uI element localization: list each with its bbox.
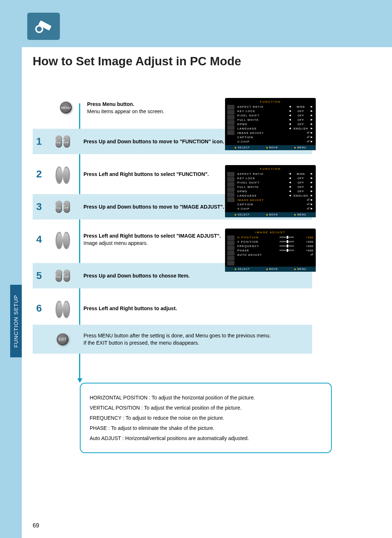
step-num: 6 <box>33 303 45 314</box>
svg-rect-1 <box>38 20 52 30</box>
menu-button-icon: MENU <box>60 102 72 114</box>
step0-bold: Press Menu button. <box>87 101 134 107</box>
leftright-buttons-icon <box>45 232 80 247</box>
osd-function-2: FUNCTION ASPECT RATIO◀WIDE▶KEY LOCK◀OFF▶… <box>225 165 316 217</box>
side-tab: FUNCTION SETUP <box>10 285 22 357</box>
step-text: Press Up and Down buttons to chosse Item… <box>80 272 312 279</box>
step-text: Press Left and Right buttons to adjust. <box>80 305 312 312</box>
section-icon <box>27 13 60 40</box>
note-line: FREQUENCY : To adjust to reduce the nois… <box>90 413 322 423</box>
note-line: Auto ADJUST : Horizontal/vertical positi… <box>90 433 322 443</box>
step-num: 4 <box>33 234 45 245</box>
osd-header: FUNCTION <box>225 99 316 104</box>
pch-up-icon: P-CH▲ <box>56 201 62 213</box>
step0-plain: Menu items appear on the screen. <box>87 108 164 114</box>
step-num: 1 <box>33 136 45 147</box>
pch-dn-icon: P-CH▼ <box>64 135 70 148</box>
pch-up-icon: P-CH▲ <box>56 135 62 148</box>
osd-rows-3: H POSITION+000V POSITION+000FREQUENCY+00… <box>237 235 316 267</box>
left-band <box>0 0 22 538</box>
leftright-buttons-icon <box>45 301 80 316</box>
updown-buttons-icon: P-CH▲ P-CH▼ <box>45 135 80 148</box>
notes-box: HORIZONTAL POSITION : To adjust the hori… <box>80 383 332 453</box>
exit-row: . EXIT Press MENU button after the setti… <box>33 325 312 354</box>
step-num: 2 <box>33 168 45 180</box>
updown-buttons-icon: P-CH▲ P-CH▼ <box>45 201 80 213</box>
exit-button-icon: EXIT <box>57 333 69 345</box>
step-num: 5 <box>33 270 45 282</box>
note-line: VERTICAL POSITION : To adjust the vertic… <box>90 403 322 413</box>
page-title: How to Set Image Adjust in PC Mode <box>33 54 241 68</box>
step-num: 3 <box>33 201 45 213</box>
step0-text: Press Menu button. Menu items appear on … <box>87 100 164 115</box>
leftright-buttons-icon <box>45 167 80 182</box>
pch-dn-icon: P-CH▼ <box>64 201 70 213</box>
step-row-6: 6 Press Left and Right buttons to adjust… <box>33 296 312 321</box>
note-line: PHASE : To adjust to eliminate the shake… <box>90 423 322 433</box>
osd-header: IMAGE ADJUST <box>225 230 316 235</box>
svg-point-0 <box>36 26 42 32</box>
osd-image-adjust: IMAGE ADJUST H POSITION+000V POSITION+00… <box>225 229 316 272</box>
updown-buttons-icon: P-CH▲ P-CH▼ <box>45 270 80 282</box>
osd-function-1: FUNCTION ASPECT RATIO◀WIDE▶KEY LOCK◀OFF▶… <box>225 98 316 150</box>
pch-up-icon: P-CH▲ <box>56 270 62 282</box>
note-line: HORIZONTAL POSITION : To adjust the hori… <box>90 393 322 403</box>
pch-dn-icon: P-CH▼ <box>64 270 70 282</box>
exit-text: Press MENU button after the setting is d… <box>80 332 312 347</box>
side-tab-label: FUNCTION SETUP <box>13 295 19 348</box>
page-number: 69 <box>33 522 39 529</box>
osd-rows-2: ASPECT RATIO◀WIDE▶KEY LOCK◀OFF▶PIXEL SHI… <box>237 171 316 212</box>
osd-rows-1: ASPECT RATIO◀WIDE▶KEY LOCK◀OFF▶PIXEL SHI… <box>237 104 316 145</box>
osd-header: FUNCTION <box>225 167 316 171</box>
